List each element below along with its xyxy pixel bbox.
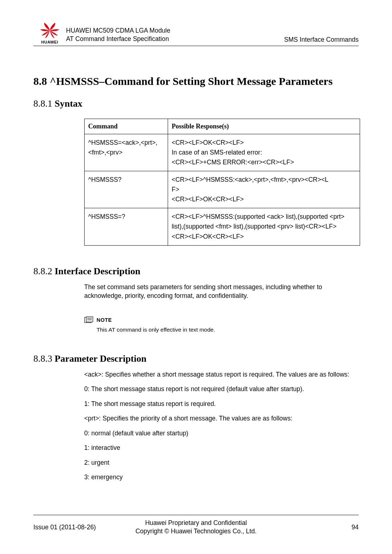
interface-desc-text: The set command sets parameters for send… bbox=[84, 283, 359, 300]
huawei-logo-icon bbox=[40, 22, 60, 39]
page-header: HUAWEI HUAWEI MC509 CDMA LGA Module AT C… bbox=[33, 22, 359, 46]
footer-proprietary: Huawei Proprietary and Confidential bbox=[115, 519, 277, 528]
interface-desc-block: The set command sets parameters for send… bbox=[84, 283, 359, 333]
cell-response: <CR><LF>^HSMSSS:<ack>,<prt>,<fmt>,<prv><… bbox=[168, 171, 360, 208]
table-header-row: Command Possible Response(s) bbox=[85, 119, 360, 134]
table-row: ^HSMSSS=? <CR><LF>^HSMSSS:(supported <ac… bbox=[85, 208, 360, 245]
param-line: 2: urgent bbox=[84, 458, 359, 467]
param-line: 0: normal (default value after startup) bbox=[84, 429, 359, 438]
cell-response: <CR><LF>^HSMSSS:(supported <ack> list),(… bbox=[168, 208, 360, 245]
cell-response: <CR><LF>OK<CR><LF>In case of an SMS-rela… bbox=[168, 134, 360, 171]
subsection-title: Parameter Description bbox=[55, 353, 147, 364]
footer-page-number: 94 bbox=[277, 524, 359, 531]
section-heading: 8.8 ^HSMSSS–Command for Setting Short Me… bbox=[33, 74, 359, 88]
param-line: 1: The short message status report is re… bbox=[84, 399, 359, 409]
param-line: 3: emergency bbox=[84, 473, 359, 482]
note-text: This AT command is only effective in tex… bbox=[97, 327, 359, 333]
param-line: 1: interactive bbox=[84, 443, 359, 452]
table-row: ^HSMSSS=<ack>,<prt>,<fmt>,<prv> <CR><LF>… bbox=[85, 134, 360, 171]
param-line: <prt>: Specifies the priority of a short… bbox=[84, 414, 359, 423]
subsection-param-desc: 8.8.3 Parameter Description bbox=[33, 353, 359, 364]
cell-command: ^HSMSSS? bbox=[85, 171, 168, 208]
cell-command: ^HSMSSS=? bbox=[85, 208, 168, 245]
param-line: 0: The short message status report is no… bbox=[84, 385, 359, 394]
note-row: NOTE bbox=[84, 316, 359, 324]
subsection-num: 8.8.2 bbox=[33, 266, 55, 276]
note-icon bbox=[84, 316, 94, 324]
header-title-line1: HUAWEI MC509 CDMA LGA Module bbox=[66, 26, 284, 35]
footer-center: Huawei Proprietary and Confidential Copy… bbox=[115, 519, 277, 536]
col-header-command: Command bbox=[85, 119, 168, 134]
header-title-line2: AT Command Interface Specification bbox=[66, 35, 284, 44]
param-desc-block: <ack>: Specifies whether a short message… bbox=[84, 370, 359, 482]
footer-issue: Issue 01 (2011-08-26) bbox=[33, 524, 115, 531]
subsection-title: Interface Description bbox=[55, 266, 140, 276]
logo-text: HUAWEI bbox=[41, 40, 58, 44]
subsection-interface-desc: 8.8.2 Interface Description bbox=[33, 266, 359, 277]
col-header-response: Possible Response(s) bbox=[168, 119, 360, 134]
footer-copyright: Copyright © Huawei Technologies Co., Ltd… bbox=[115, 527, 277, 536]
logo-column: HUAWEI bbox=[33, 22, 66, 44]
syntax-table: Command Possible Response(s) ^HSMSSS=<ac… bbox=[84, 119, 360, 246]
page-footer: Issue 01 (2011-08-26) Huawei Proprietary… bbox=[33, 515, 359, 536]
header-title: HUAWEI MC509 CDMA LGA Module AT Command … bbox=[66, 26, 284, 44]
table-row: ^HSMSSS? <CR><LF>^HSMSSS:<ack>,<prt>,<fm… bbox=[85, 171, 360, 208]
subsection-title: Syntax bbox=[55, 98, 83, 109]
cell-command: ^HSMSSS=<ack>,<prt>,<fmt>,<prv> bbox=[85, 134, 168, 171]
page: HUAWEI HUAWEI MC509 CDMA LGA Module AT C… bbox=[0, 0, 392, 554]
note-label: NOTE bbox=[97, 317, 112, 323]
subsection-num: 8.8.1 bbox=[33, 98, 55, 109]
subsection-syntax: 8.8.1 Syntax bbox=[33, 98, 359, 109]
param-line: <ack>: Specifies whether a short message… bbox=[84, 370, 359, 379]
header-chapter: SMS Interface Commands bbox=[284, 36, 359, 44]
subsection-num: 8.8.3 bbox=[33, 353, 55, 364]
svg-rect-1 bbox=[86, 317, 93, 322]
